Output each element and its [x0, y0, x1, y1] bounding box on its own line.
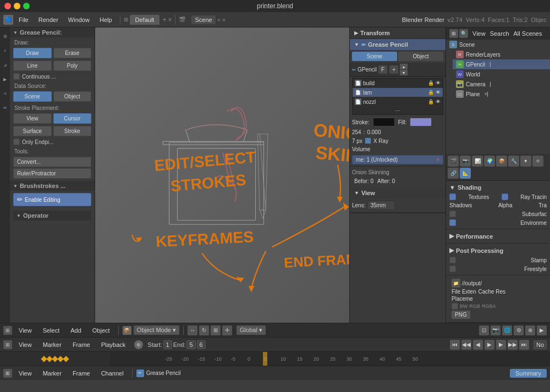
- timeline-marker[interactable]: Marker: [38, 340, 66, 350]
- bottom-select[interactable]: Select: [38, 325, 64, 335]
- continuous-checkbox[interactable]: [13, 73, 20, 80]
- textures-checkbox[interactable]: [449, 194, 456, 200]
- layer-lam[interactable]: 📄 lam 🔒 👁: [353, 88, 443, 97]
- grease-pencil-title[interactable]: ▼ Grease Pencil:: [10, 27, 95, 37]
- outliner-scene[interactable]: S Scene: [446, 40, 550, 49]
- menu-render[interactable]: Render: [34, 15, 63, 25]
- bw-checkbox[interactable]: [452, 303, 458, 310]
- object-data-button[interactable]: Object: [53, 91, 92, 102]
- ruler-button[interactable]: Ruler/Protractor: [13, 168, 91, 179]
- erase-button[interactable]: Erase: [53, 48, 92, 58]
- timeline-playback[interactable]: Playback: [97, 340, 130, 350]
- outliner-plane[interactable]: ▭ Plane ▿|: [453, 89, 550, 99]
- particles-icon[interactable]: ✦: [520, 156, 531, 167]
- performance-title[interactable]: ▶ Performance: [449, 231, 547, 241]
- post-processing-title[interactable]: ▶ Post Processing: [449, 245, 547, 256]
- convert-button[interactable]: Convert...: [13, 157, 91, 167]
- object-props-icon[interactable]: 📦: [496, 156, 507, 167]
- menu-help[interactable]: Help: [95, 15, 117, 25]
- f-button[interactable]: F: [378, 65, 388, 74]
- viewport-canvas[interactable]: EDIT/SELECT STROKES KEYFRAMES ONION SKIN…: [95, 27, 349, 323]
- viewport-menu-icon[interactable]: ⊞: [3, 326, 12, 335]
- scene-props-icon[interactable]: 🎬: [448, 156, 459, 167]
- add-layer[interactable]: +: [389, 65, 399, 74]
- view-section-title[interactable]: ▼ View: [350, 187, 446, 198]
- add-workspace[interactable]: +: [162, 16, 166, 24]
- object-tab[interactable]: Object: [398, 52, 443, 61]
- outliner-renderlayers[interactable]: R RenderLayers: [453, 49, 550, 59]
- game-btn[interactable]: ▶: [537, 325, 547, 335]
- animation-icon[interactable]: ▶: [1, 73, 9, 86]
- xray-checkbox[interactable]: [365, 137, 371, 144]
- more-btn[interactable]: ⊕: [525, 325, 535, 335]
- grab-btn[interactable]: ↔: [188, 325, 197, 335]
- freestyle-checkbox[interactable]: [449, 266, 456, 272]
- scale-btn[interactable]: ⊞: [211, 325, 221, 335]
- folder-icon[interactable]: 📁: [452, 279, 460, 288]
- no-field[interactable]: No: [534, 340, 547, 349]
- camera-view-btn[interactable]: 📷: [491, 325, 501, 335]
- grease-pencil-icon[interactable]: ✏: [1, 101, 9, 114]
- track-marker[interactable]: Marker: [38, 368, 66, 378]
- ray-tracing-checkbox[interactable]: [502, 194, 508, 200]
- stamp-checkbox[interactable]: [449, 257, 456, 263]
- fill-color-swatch[interactable]: [410, 118, 432, 126]
- scroll-down[interactable]: ▼: [400, 70, 408, 75]
- prev-frame-btn[interactable]: ◀: [473, 340, 483, 350]
- minimize-button[interactable]: [14, 3, 20, 9]
- view-mode-btn[interactable]: ⊞: [449, 29, 458, 38]
- filter-btn[interactable]: 🔍: [459, 29, 468, 38]
- layer-scroll[interactable]: ▲ ▼: [400, 64, 408, 75]
- transform-btn[interactable]: ✛: [222, 325, 232, 335]
- maximize-button[interactable]: [23, 3, 30, 9]
- poly-button[interactable]: Poly: [53, 60, 92, 71]
- line-button[interactable]: Line: [13, 60, 52, 71]
- lens-field[interactable]: 35mm: [367, 201, 395, 210]
- operator-title[interactable]: ▼ Operator: [13, 211, 91, 220]
- menu-window[interactable]: Window: [64, 15, 94, 25]
- close-scene[interactable]: ×: [222, 16, 226, 23]
- scroll-up[interactable]: ▲: [400, 64, 408, 69]
- surface-button[interactable]: Surface: [13, 126, 52, 136]
- layer-nozzl[interactable]: 📄 nozzl 🔒 👁: [353, 97, 443, 107]
- enable-editing-button[interactable]: ✏ Enable Editing: [13, 193, 91, 206]
- render-layers-icon[interactable]: 📊: [472, 156, 483, 167]
- frame-tag[interactable]: me: 1 (Unlocked) ×: [352, 155, 443, 164]
- relations-icon[interactable]: ⊿: [1, 58, 9, 71]
- data-props-icon[interactable]: 📐: [460, 168, 471, 179]
- global-dropdown[interactable]: Global ▾: [237, 325, 266, 335]
- jump-prev-btn[interactable]: ◀◀: [461, 340, 471, 350]
- timeline-frame[interactable]: Frame: [68, 340, 95, 350]
- physics-icon[interactable]: ⚛: [1, 87, 9, 100]
- viewport[interactable]: EDIT/SELECT STROKES KEYFRAMES ONION SKIN…: [95, 27, 349, 323]
- only-endpoint-checkbox[interactable]: [13, 139, 20, 145]
- timeline-view[interactable]: View: [14, 340, 36, 350]
- play-btn[interactable]: ▶: [485, 340, 494, 350]
- bottom-view[interactable]: View: [14, 325, 36, 335]
- track-frame[interactable]: Frame: [68, 368, 95, 378]
- end-frame-field[interactable]: 5: [186, 340, 195, 349]
- scene-tab[interactable]: Scene: [352, 52, 397, 61]
- jump-end-btn[interactable]: ⏭: [519, 340, 529, 350]
- grease-pencil-section-title[interactable]: ▼ ✏ Grease Pencil: [350, 39, 446, 50]
- brushstrokes-title[interactable]: ▼ Brushstrokes ...: [10, 181, 95, 191]
- shading-title[interactable]: ▼ Shading: [449, 183, 547, 192]
- track-view[interactable]: View: [14, 368, 36, 378]
- view-button[interactable]: View: [13, 113, 52, 124]
- cursor-button[interactable]: Cursor: [53, 113, 92, 124]
- frame-close[interactable]: ×: [436, 157, 439, 163]
- physics-props-icon[interactable]: ⚛: [532, 156, 543, 167]
- object-mode-dropdown[interactable]: Object Mode ▾: [134, 325, 179, 335]
- tools-icon[interactable]: ⚙: [1, 30, 9, 43]
- close-workspace[interactable]: ×: [168, 16, 172, 24]
- jump-start-btn[interactable]: ⏮: [450, 340, 460, 350]
- render-props-icon[interactable]: 📷: [460, 156, 471, 167]
- outliner-camera[interactable]: 📷 Camera |: [453, 79, 550, 89]
- window-controls[interactable]: [4, 3, 30, 9]
- stroke-color-swatch[interactable]: [373, 118, 395, 126]
- scene-data-button[interactable]: Scene: [13, 91, 52, 102]
- transform-title[interactable]: ▶ Transform: [350, 27, 446, 38]
- track-channel[interactable]: Channel: [97, 368, 128, 378]
- scene-selector[interactable]: Scene: [191, 15, 215, 24]
- world-props-icon[interactable]: 🌍: [484, 156, 495, 167]
